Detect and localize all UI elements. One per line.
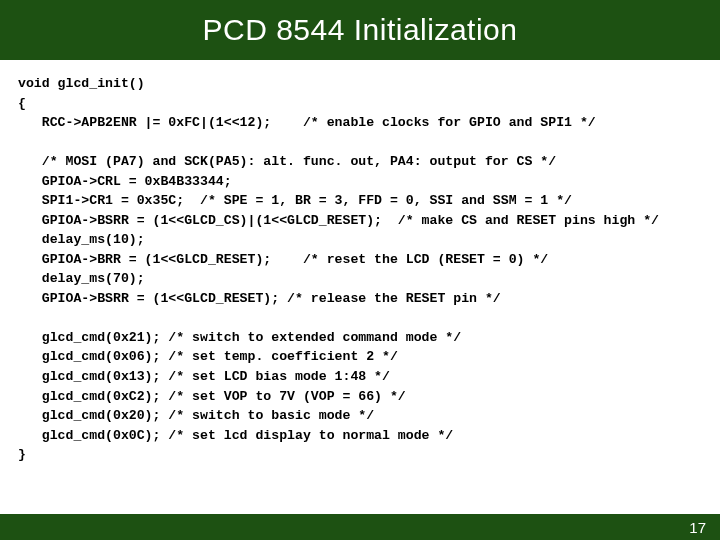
slide: PCD 8544 Initialization void glcd_init()… [0, 0, 720, 540]
title-bar: PCD 8544 Initialization [0, 0, 720, 60]
footer-bar: 17 [0, 514, 720, 540]
slide-title: PCD 8544 Initialization [202, 13, 517, 47]
code-block: void glcd_init() { RCC->APB2ENR |= 0xFC|… [0, 60, 720, 465]
page-number: 17 [689, 519, 706, 536]
